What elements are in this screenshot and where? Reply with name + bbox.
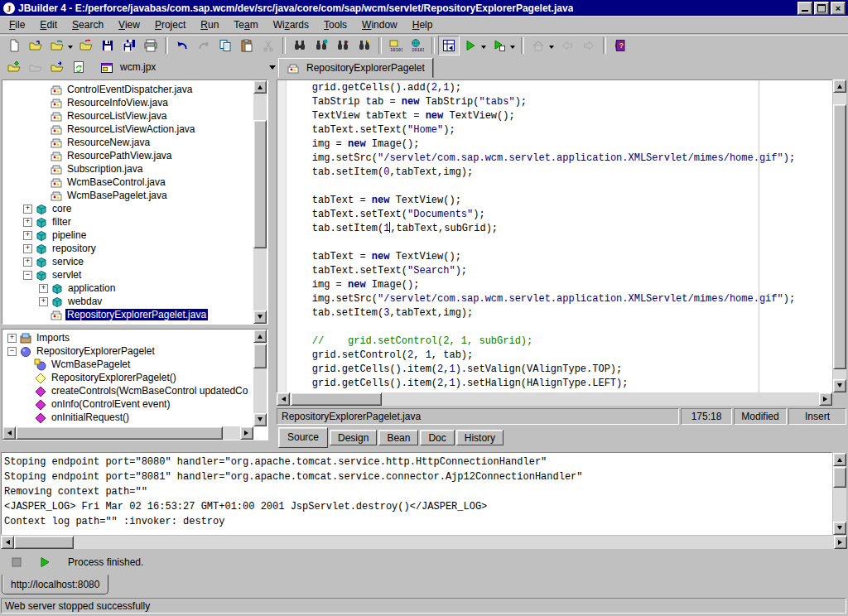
tree-expander[interactable]: + [39, 297, 48, 306]
tree-expander[interactable]: − [23, 271, 32, 280]
run-tab-localhost[interactable]: http://localhost:8080 [2, 575, 108, 594]
debug-dropdown-icon[interactable] [510, 46, 515, 51]
home-dropdown-icon[interactable] [549, 46, 554, 51]
editor-hscrollbar[interactable] [277, 392, 832, 406]
console-hscrollbar[interactable] [1, 536, 847, 549]
project-tree-item[interactable]: +core [2, 202, 267, 215]
scroll-down-button[interactable] [833, 379, 846, 392]
console-output[interactable]: Stoping endpoint port="8080" handler="or… [1, 452, 832, 535]
rebuild-project-button[interactable]: 10101 [407, 36, 428, 55]
structure-tree-item[interactable]: createControls(WcmBaseControl updatedCo [2, 384, 267, 397]
view-tab-bean[interactable]: Bean [378, 430, 418, 445]
code-editor[interactable]: grid.getCells().add(2,1); TabStrip tab =… [277, 79, 832, 392]
menu-wizards[interactable]: Wizards [266, 17, 316, 33]
structure-pane-scrollbar[interactable] [253, 330, 267, 426]
project-tree-item[interactable]: +application [2, 282, 267, 295]
run-dropdown-icon[interactable] [481, 46, 486, 51]
view-tab-history[interactable]: History [456, 430, 504, 445]
project-tree-item[interactable]: WcmBasePagelet.java [2, 189, 267, 202]
menu-search[interactable]: Search [65, 17, 111, 33]
menu-tools[interactable]: Tools [316, 17, 354, 33]
debug-button[interactable] [489, 36, 510, 55]
view-tab-design[interactable]: Design [330, 430, 377, 445]
structure-pane-hscrollbar[interactable] [2, 426, 253, 440]
minimize-button[interactable] [797, 2, 812, 15]
content-tab-repository-explorer-pagelet[interactable]: RepositoryExplorerPagelet [278, 58, 433, 78]
menu-project[interactable]: Project [147, 17, 193, 33]
project-tree-item[interactable]: −servlet [2, 268, 267, 282]
project-tree-item[interactable]: ResourceListViewAction.java [2, 123, 267, 136]
save-file-button[interactable] [97, 36, 118, 55]
project-tree-item[interactable]: ResourcePathView.java [2, 149, 267, 162]
add-to-project-button[interactable] [3, 57, 25, 77]
scroll-right-button[interactable] [819, 392, 832, 406]
make-project-button[interactable]: 10101 [385, 36, 407, 55]
tree-expander[interactable]: + [23, 244, 32, 253]
menu-window[interactable]: Window [354, 17, 405, 33]
menu-file[interactable]: File [2, 17, 32, 33]
scroll-right-button[interactable] [240, 426, 253, 440]
scroll-down-button[interactable] [253, 413, 267, 426]
chevron-down-icon[interactable] [269, 65, 276, 73]
print-button[interactable] [140, 36, 161, 55]
project-tree-item[interactable]: WcmBaseControl.java [2, 176, 267, 189]
paste-button[interactable] [236, 36, 258, 55]
scroll-left-button[interactable] [2, 426, 16, 440]
view-tab-doc[interactable]: Doc [420, 430, 454, 445]
scroll-thumb[interactable] [833, 467, 846, 488]
project-tree-item[interactable]: +filter [2, 215, 267, 229]
view-toggle-button[interactable] [438, 36, 460, 55]
project-tree-item[interactable]: +service [2, 255, 267, 268]
scroll-thumb[interactable] [14, 536, 74, 549]
scroll-up-button[interactable] [833, 453, 846, 466]
run-button[interactable] [460, 36, 481, 55]
scroll-up-button[interactable] [833, 79, 846, 93]
close-file-button[interactable] [75, 36, 97, 55]
scroll-down-button[interactable] [833, 522, 846, 535]
scroll-up-button[interactable] [253, 80, 267, 94]
run-process-button[interactable] [36, 554, 53, 570]
scroll-right-button[interactable] [834, 536, 847, 549]
undo-button[interactable] [171, 36, 193, 55]
project-tree-item[interactable]: ControlEventDispatcher.java [2, 83, 267, 96]
structure-tree-item[interactable]: onInfo(ControlEvent event) [2, 397, 267, 411]
scroll-thumb[interactable] [16, 426, 223, 440]
close-project-button[interactable] [46, 57, 68, 77]
scroll-thumb[interactable] [833, 104, 846, 369]
project-tree-item[interactable]: ResourceListView.java [2, 109, 267, 123]
save-all-button[interactable] [118, 36, 140, 55]
refresh-project-button[interactable] [68, 57, 89, 77]
open-url-dropdown-icon[interactable] [68, 46, 73, 51]
scroll-up-button[interactable] [253, 330, 267, 343]
structure-tree-item[interactable]: WcmBasePagelet [2, 358, 267, 371]
tree-expander[interactable]: + [23, 257, 32, 267]
new-file-button[interactable] [3, 36, 25, 55]
project-tree-item[interactable]: ResourceInfoView.java [2, 96, 267, 109]
tree-expander[interactable]: + [23, 231, 32, 240]
menu-help[interactable]: Help [405, 17, 441, 33]
scroll-left-button[interactable] [277, 392, 290, 406]
scroll-thumb[interactable] [253, 120, 267, 248]
project-tree-item[interactable]: Subscription.java [2, 162, 267, 176]
menu-edit[interactable]: Edit [32, 17, 65, 33]
find-replace-button[interactable] [311, 36, 332, 55]
structure-tree-item[interactable]: onNewFolder(ControlEvent event) [2, 424, 267, 426]
structure-tree-item[interactable]: onInitialRequest() [2, 411, 267, 424]
view-tab-source[interactable]: Source [278, 427, 328, 448]
find-in-path-button[interactable] [354, 36, 375, 55]
project-selector[interactable]: wcm.jpx [98, 58, 278, 76]
main-vertical-splitter[interactable] [268, 78, 277, 452]
structure-tree-item[interactable]: RepositoryExplorerPagelet() [2, 371, 267, 384]
project-tree-item[interactable]: RepositoryExplorerPagelet.java [2, 308, 267, 321]
search-again-button[interactable]: ? [332, 36, 354, 55]
project-tree-item[interactable]: +pipeline [2, 229, 267, 242]
project-tree-item[interactable]: +webdav [2, 295, 267, 308]
menu-view[interactable]: View [111, 17, 147, 33]
maximize-button[interactable] [814, 2, 829, 15]
project-tree-scrollbar[interactable] [253, 80, 267, 324]
project-tree-item[interactable]: ResourceNew.java [2, 136, 267, 149]
menu-team[interactable]: Team [226, 17, 265, 33]
structure-tree-item[interactable]: −RepositoryExplorerPagelet [2, 344, 267, 358]
tree-expander[interactable]: + [7, 334, 17, 343]
close-button[interactable]: × [831, 2, 846, 15]
